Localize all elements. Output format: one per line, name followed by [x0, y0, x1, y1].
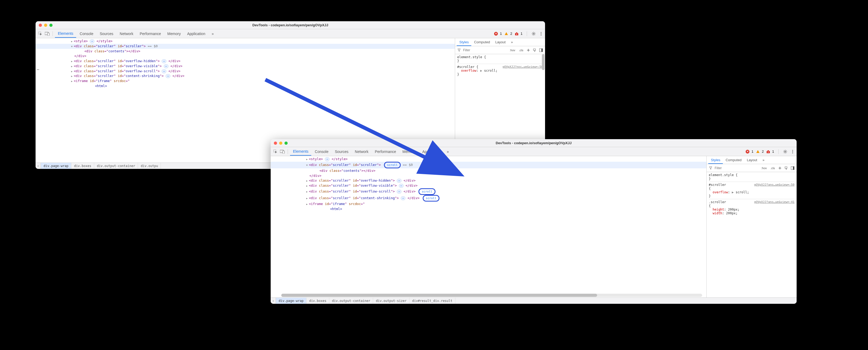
dom-line[interactable]: <div class="scroller" id="overflow-scrol… — [36, 69, 455, 74]
ellipsis-badge[interactable]: ⋯ — [397, 179, 402, 183]
breadcrumb-item[interactable]: div.boxes — [71, 163, 94, 169]
ellipsis-badge[interactable]: ⋯ — [90, 39, 94, 43]
css-prop[interactable]: height — [713, 208, 724, 211]
paint-icon[interactable] — [532, 48, 537, 53]
scroll-badge[interactable]: scroll — [384, 162, 401, 168]
expand-arrow-icon[interactable] — [306, 178, 309, 183]
inspect-element-icon[interactable] — [272, 148, 279, 155]
filter-icon[interactable] — [457, 48, 462, 53]
expand-arrow-icon[interactable] — [71, 59, 74, 64]
expand-arrow-icon[interactable] — [71, 69, 74, 74]
collapse-arrow-icon[interactable] — [306, 163, 309, 168]
ellipsis-badge[interactable]: ⋯ — [397, 189, 402, 194]
dom-line[interactable]: <div class="scroller" id="overflow-hidde… — [271, 178, 706, 183]
more-tabs[interactable]: » — [444, 148, 452, 155]
expand-arrow-icon[interactable] — [71, 79, 74, 84]
dom-line[interactable]: <iframe id="iframe" srcdoc=" — [36, 79, 455, 84]
dom-line[interactable]: <div class="scroller" id="content-shrink… — [271, 195, 706, 202]
filter-icon[interactable] — [708, 166, 713, 171]
breadcrumb-item[interactable]: div.outpu — [138, 163, 161, 169]
breadcrumb-item[interactable]: div.output-container — [329, 298, 373, 304]
tab-application[interactable]: Application — [419, 148, 443, 155]
zoom-window-button[interactable] — [284, 142, 288, 145]
dom-line[interactable]: </div> — [271, 173, 706, 178]
dom-line-selected[interactable]: <div class="scroller" id="scroller"> == … — [36, 44, 455, 49]
warning-badge[interactable]: 2 — [504, 32, 512, 36]
minimize-window-button[interactable] — [279, 142, 282, 145]
ellipsis-badge[interactable]: ⋯ — [164, 64, 168, 68]
css-rule-scroller[interactable]: gOVpXJJ?noc…ue&view=:50 #scroller { over… — [457, 65, 543, 77]
computed-panel-icon[interactable] — [790, 166, 795, 171]
css-rule-class-scroller[interactable]: gOVpXJJ?ano…ue&view=:41 .scroller { heig… — [709, 200, 795, 216]
dom-line[interactable]: <div class="scroller" id="content-shrink… — [36, 74, 455, 79]
tab-sources[interactable]: Sources — [332, 148, 351, 155]
more-tabs[interactable]: » — [760, 157, 767, 163]
tab-computed[interactable]: Computed — [723, 157, 744, 163]
breadcrumb-prev-icon[interactable]: ‹ — [36, 163, 41, 169]
dom-line[interactable]: <div class="contents"></div> — [36, 49, 455, 54]
filter-input[interactable] — [715, 166, 759, 170]
breadcrumb-item[interactable]: div.page-wrap — [41, 163, 71, 169]
cls-toggle[interactable]: .cls — [770, 166, 776, 170]
breadcrumb-item[interactable]: div.page-wrap — [276, 298, 307, 304]
ellipsis-badge[interactable]: ⋯ — [165, 74, 170, 78]
scroll-badge[interactable]: scroll — [418, 188, 435, 195]
breadcrumb-item[interactable]: div.output-sizer — [373, 298, 409, 304]
paint-icon[interactable] — [784, 166, 789, 171]
zoom-window-button[interactable] — [49, 24, 53, 27]
css-val[interactable]: scroll — [736, 191, 747, 194]
error-badge[interactable]: ✕ 1 — [494, 32, 502, 36]
gear-icon[interactable] — [783, 149, 787, 154]
css-rules[interactable]: element.style { } gOVpXJJ?ano…ue&view=:5… — [707, 172, 797, 297]
css-prop[interactable]: overflow — [713, 191, 728, 194]
close-window-button[interactable] — [39, 24, 42, 27]
dom-line[interactable]: <html> — [271, 207, 706, 212]
breadcrumb-prev-icon[interactable]: ‹ — [271, 298, 276, 304]
expand-arrow-icon[interactable] — [306, 183, 309, 188]
elements-tree[interactable]: <style> ⋯ </style> <div class="scroller"… — [271, 156, 706, 297]
source-link[interactable]: gOVpXJJ?ano…ue&view=:50 — [754, 183, 795, 186]
new-rule-icon[interactable] — [526, 48, 531, 53]
more-tabs[interactable]: » — [209, 30, 217, 37]
tab-styles[interactable]: Styles — [708, 157, 723, 164]
error-badge[interactable]: ✕ 1 — [746, 149, 753, 153]
breadcrumb-item[interactable]: div#result_div.result — [409, 298, 455, 304]
expand-arrow-icon[interactable] — [71, 74, 74, 79]
dom-line[interactable]: <div class="scroller" id="overflow-scrol… — [271, 188, 706, 195]
gear-icon[interactable] — [531, 31, 536, 36]
dom-line[interactable]: <style> ⋯ </style> — [271, 157, 706, 162]
expand-arrow-icon[interactable] — [306, 202, 309, 207]
collapse-arrow-icon[interactable] — [71, 44, 74, 49]
ellipsis-badge[interactable]: ⋯ — [162, 69, 166, 73]
css-val[interactable]: 200px — [726, 211, 736, 215]
breadcrumb-item[interactable]: div.boxes — [307, 298, 329, 304]
tab-memory[interactable]: Memory — [164, 30, 184, 37]
tab-console[interactable]: Console — [312, 148, 331, 155]
more-icon[interactable] — [790, 149, 795, 154]
tab-computed[interactable]: Computed — [471, 39, 493, 46]
expand-arrow-icon[interactable] — [71, 39, 74, 44]
css-prop[interactable]: overflow — [461, 69, 476, 72]
horizontal-scrollbar[interactable] — [281, 294, 702, 297]
filter-input[interactable] — [463, 48, 507, 52]
css-rule-element-style[interactable]: element.style { } — [457, 55, 543, 64]
hov-toggle[interactable]: :hov — [760, 166, 768, 170]
dom-line[interactable]: <div class="scroller" id="overflow-visib… — [36, 64, 455, 69]
tab-layout[interactable]: Layout — [744, 157, 760, 163]
expand-arrow-icon[interactable] — [306, 196, 309, 201]
dom-line[interactable]: </div> — [36, 54, 455, 59]
css-val[interactable]: 200px — [728, 208, 738, 211]
tab-layout[interactable]: Layout — [493, 39, 508, 46]
more-icon[interactable] — [539, 31, 544, 36]
tab-performance[interactable]: Performance — [137, 30, 164, 37]
ellipsis-badge[interactable]: ⋯ — [401, 196, 405, 200]
expand-icon[interactable]: ▶ — [480, 69, 482, 72]
breadcrumb-item[interactable]: div.output-container — [94, 163, 138, 169]
tab-console[interactable]: Console — [77, 30, 96, 37]
dom-line-selected[interactable]: <div class="scroller" id="scroller"> scr… — [271, 162, 706, 168]
tab-elements[interactable]: Elements — [290, 148, 311, 156]
device-toolbar-icon[interactable] — [44, 31, 51, 37]
warning-badge[interactable]: 2 — [756, 149, 764, 153]
css-val[interactable]: scroll — [484, 69, 495, 72]
tab-network[interactable]: Network — [117, 30, 136, 37]
